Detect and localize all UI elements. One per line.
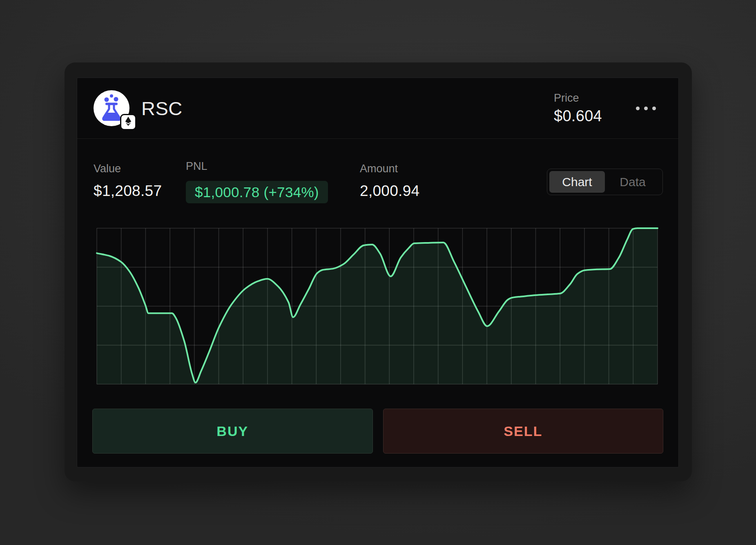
value-stat-label: Value	[94, 162, 162, 175]
flask-icon	[99, 94, 124, 122]
pnl-stat-value: $1,000.78 (+734%)	[195, 184, 319, 200]
page-background: RSC Price $0.604 Value $1,208.57 PNL	[0, 0, 756, 545]
pnl-stat: PNL $1,000.78 (+734%)	[186, 160, 328, 203]
value-stat: Value $1,208.57	[94, 162, 162, 200]
price-block: Price $0.604	[554, 91, 611, 125]
card-panel: RSC Price $0.604 Value $1,208.57 PNL	[77, 78, 679, 467]
price-chart	[97, 228, 658, 384]
price-value: $0.604	[554, 107, 611, 125]
card-header: RSC Price $0.604	[77, 78, 678, 139]
action-buttons: BUY SELL	[92, 409, 663, 454]
pnl-stat-label: PNL	[186, 160, 328, 173]
price-label: Price	[554, 91, 611, 105]
area-chart-svg	[97, 228, 658, 384]
sell-button[interactable]: SELL	[383, 409, 664, 454]
ellipsis-dot	[644, 107, 648, 110]
token-card: RSC Price $0.604 Value $1,208.57 PNL	[65, 62, 692, 481]
ellipsis-dot	[636, 107, 640, 110]
amount-stat: Amount 2,000.94	[360, 162, 419, 200]
amount-stat-value: 2,000.94	[360, 182, 419, 200]
value-stat-value: $1,208.57	[94, 182, 162, 200]
ethereum-icon	[123, 116, 133, 128]
tab-chart[interactable]: Chart	[549, 171, 605, 193]
amount-stat-label: Amount	[360, 162, 419, 175]
ellipsis-dot	[652, 107, 656, 110]
eth-network-badge	[121, 115, 135, 129]
pnl-badge: $1,000.78 (+734%)	[186, 181, 328, 203]
tab-data[interactable]: Data	[605, 171, 660, 193]
token-avatar	[94, 90, 129, 126]
view-toggle: Chart Data	[547, 169, 663, 195]
token-name: RSC	[141, 97, 183, 120]
buy-button[interactable]: BUY	[92, 409, 373, 454]
menu-button[interactable]	[636, 99, 656, 117]
